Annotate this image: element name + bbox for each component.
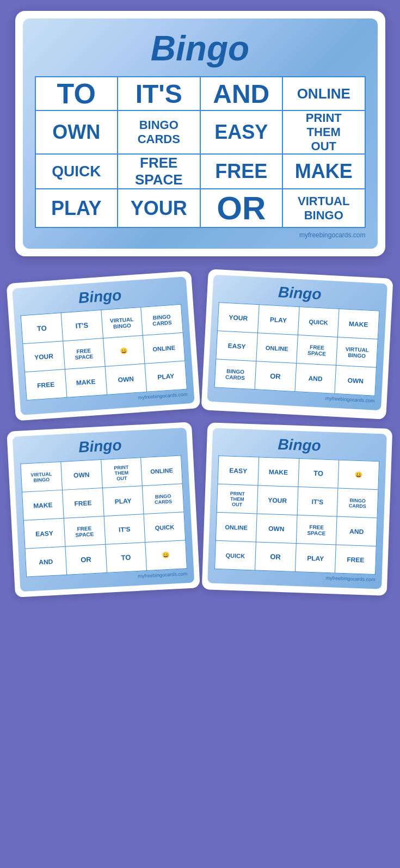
cell: EASY — [23, 518, 65, 549]
cell: ONLINE — [140, 455, 182, 486]
cell: TO — [21, 313, 63, 344]
cell: VIRTUALBINGO — [336, 337, 377, 367]
small-card-2-title: Bingo — [219, 280, 380, 306]
cell: MAKE — [65, 366, 107, 397]
cell: FREE — [62, 488, 103, 519]
cell-r2c0: QUICK — [35, 154, 118, 189]
cell-r2c2: FREE — [200, 154, 283, 189]
cell: BINGOCARDS — [337, 488, 378, 518]
cell: OWN — [60, 460, 102, 490]
cell-r0c2: AND — [200, 77, 283, 110]
cell-r3c0: PLAY — [35, 189, 118, 227]
cell: 😀 — [145, 540, 186, 571]
cell: VIRTUALBINGO — [20, 461, 61, 492]
small-grid-2: YOUR PLAY QUICK MAKE EASY ONLINE FREESPA… — [214, 302, 379, 396]
table-row: OWN BINGOCARDS EASY PRINTTHEMOUT — [35, 110, 365, 154]
cell-r0c1: IT'S — [118, 77, 200, 110]
small-card-3-inner: Bingo VIRTUALBINGO OWN PRINTTHEMOUT ONLI… — [12, 428, 194, 592]
main-bingo-grid: TO IT'S AND ONLINE OWN BINGOCARDS EASY P… — [35, 76, 366, 228]
cell: MAKE — [257, 457, 299, 487]
small-card-1: Bingo TO IT'S VIRTUALBINGO BINGOCARDS YO… — [6, 270, 200, 421]
cell: PLAY — [294, 543, 336, 573]
table-row: QUICK FREESPACE FREE MAKE — [35, 154, 365, 189]
cell: IT'S — [297, 487, 338, 517]
cell-r0c3: ONLINE — [282, 77, 365, 110]
cell: FREESPACE — [296, 335, 337, 366]
cell: VIRTUALBINGO — [101, 307, 143, 338]
cell: MAKE — [337, 309, 379, 339]
cell: AND — [336, 516, 377, 546]
cell: OWN — [335, 365, 376, 396]
cell: 😀 — [338, 460, 379, 490]
cell: OR — [255, 542, 296, 572]
main-card-inner: Bingo TO IT'S AND ONLINE OWN BINGOCARDS … — [23, 19, 378, 249]
cell: QUICK — [214, 540, 256, 570]
cell-r2c1: FREESPACE — [118, 154, 200, 189]
cell: PLAY — [145, 361, 187, 392]
small-cards-bottom-row: Bingo VIRTUALBINGO OWN PRINTTHEMOUT ONLI… — [8, 423, 392, 593]
small-card-1-inner: Bingo TO IT'S VIRTUALBINGO BINGOCARDS YO… — [12, 276, 194, 415]
cell: QUICK — [297, 307, 339, 337]
cell-r1c0: OWN — [35, 110, 118, 154]
cell: EASY — [218, 455, 259, 485]
main-watermark: myfreebingocards.com — [35, 231, 366, 239]
small-card-4-title: Bingo — [218, 434, 380, 457]
cell: BINGOCARDS — [142, 484, 183, 514]
cell-r0c0: TO — [35, 77, 118, 110]
cell: FREESPACE — [296, 515, 337, 545]
cell: FREESPACE — [63, 516, 104, 546]
cell: PLAY — [102, 486, 143, 516]
cell: YOUR — [256, 485, 298, 515]
cell: OR — [254, 361, 296, 392]
small-card-4-inner: Bingo EASY MAKE TO 😀 PRINTTHEMOUT YOUR I… — [207, 428, 387, 589]
cell-r1c2: EASY — [200, 110, 283, 154]
main-title: Bingo — [35, 28, 366, 69]
cell: QUICK — [144, 512, 185, 543]
cell: BINGOCARDS — [214, 359, 256, 390]
cell: OWN — [104, 364, 146, 395]
cell-r2c3: MAKE — [282, 154, 365, 189]
cell: EASY — [216, 331, 257, 361]
cell-r3c3: VIRTUALBINGO — [282, 189, 365, 227]
cell: FREE — [24, 370, 66, 401]
cell: ONLINE — [256, 333, 297, 364]
table-row: QUICK OR PLAY FREE — [214, 540, 376, 574]
cell: FREE — [335, 545, 376, 575]
cell-r3c2: OR — [200, 189, 283, 227]
small-card-3-title: Bingo — [19, 433, 181, 459]
cell: BINGOCARDS — [140, 304, 182, 335]
small-card-4: Bingo EASY MAKE TO 😀 PRINTTHEMOUT YOUR I… — [201, 422, 392, 596]
cell: TO — [105, 543, 146, 573]
cell: TO — [298, 459, 339, 489]
cell: IT'S — [60, 310, 102, 341]
cell: ONLINE — [143, 333, 184, 364]
cell: AND — [25, 546, 66, 577]
small-grid-4: EASY MAKE TO 😀 PRINTTHEMOUT YOUR IT'S BI… — [214, 455, 379, 575]
cell: MAKE — [22, 490, 63, 520]
table-row: TO IT'S AND ONLINE — [35, 77, 365, 110]
small-card-2-inner: Bingo YOUR PLAY QUICK MAKE EASY ONLINE F… — [207, 275, 387, 410]
cell: IT'S — [103, 514, 145, 545]
cell: YOUR — [217, 303, 259, 333]
cell: YOUR — [22, 341, 64, 372]
table-row: PLAY YOUR OR VIRTUALBINGO — [35, 189, 365, 227]
main-card-wrapper: Bingo TO IT'S AND ONLINE OWN BINGOCARDS … — [15, 11, 385, 256]
cell-r3c1: YOUR — [118, 189, 200, 227]
small-grid-3: VIRTUALBINGO OWN PRINTTHEMOUT ONLINE MAK… — [20, 455, 187, 577]
small-grid-1: TO IT'S VIRTUALBINGO BINGOCARDS YOUR FRE… — [20, 304, 187, 401]
cell: PLAY — [257, 305, 299, 335]
cell: PRINTTHEMOUT — [217, 484, 258, 514]
small-cards-top-row: Bingo TO IT'S VIRTUALBINGO BINGOCARDS YO… — [8, 272, 392, 415]
cell-r1c1: BINGOCARDS — [118, 110, 200, 154]
cell: FREESPACE — [63, 338, 104, 370]
cell: OR — [65, 544, 106, 575]
cell: OWN — [256, 514, 297, 544]
cell: PRINTTHEMOUT — [101, 458, 142, 488]
small-card-2: Bingo YOUR PLAY QUICK MAKE EASY ONLINE F… — [201, 269, 393, 419]
cell: AND — [294, 363, 336, 393]
cell-r1c3: PRINTTHEMOUT — [282, 110, 365, 154]
cell: 😀 — [103, 335, 145, 366]
small-card-3: Bingo VIRTUALBINGO OWN PRINTTHEMOUT ONLI… — [7, 422, 200, 597]
cell: ONLINE — [216, 512, 257, 542]
